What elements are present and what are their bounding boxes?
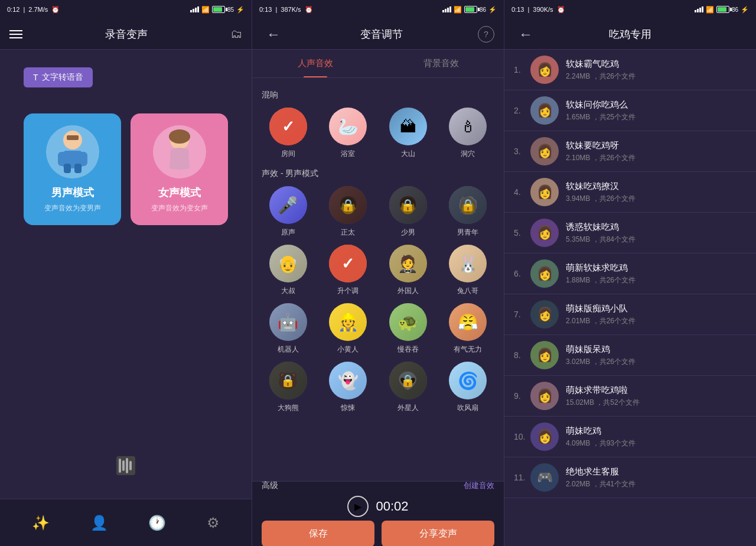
effect-weak[interactable]: 😤 有气无力: [442, 303, 495, 355]
list-item[interactable]: 4. 👩 软妹吃鸡撩汉 3.94MB ，共26个文件: [504, 172, 756, 213]
effect-room[interactable]: ✓ 房间: [262, 108, 315, 159]
mny-icon: 🧓 🔒: [449, 186, 487, 224]
list-item[interactable]: 5. 👩 诱惑软妹吃鸡 5.35MB ，共84个文件: [504, 213, 756, 254]
effect-original[interactable]: 🎤 原声: [262, 186, 315, 238]
hamburger-menu[interactable]: [9, 30, 22, 38]
svg-rect-12: [126, 458, 128, 473]
effect-zt[interactable]: 👦 🔒 正太: [322, 186, 375, 238]
bear-label: 大狗熊: [278, 403, 299, 413]
bath-icon: 🦢: [329, 108, 367, 145]
status-bar-panel1: 0:12 | 2.7M/s ⏰ 📶 85 ⚡: [0, 0, 252, 19]
original-label: 原声: [281, 228, 295, 238]
svg-rect-5: [74, 164, 82, 173]
status-bar-panel3: 0:13 | 390K/s ⏰ 📶 86 ⚡: [504, 0, 756, 19]
up-icon: ✓: [329, 245, 367, 282]
help-button[interactable]: ?: [478, 26, 494, 43]
up-label: 升个调: [337, 286, 359, 296]
time-display: 00:02: [376, 499, 408, 514]
panel2-scroll[interactable]: 混响 ✓ 房间 🦢 浴室 🏔 大山 🕯 洞穴: [252, 78, 504, 481]
effect-mny[interactable]: 🧓 🔒 男青年: [442, 186, 495, 238]
effect-up[interactable]: ✓ 升个调: [322, 245, 375, 296]
settings-tab[interactable]: ⚙: [207, 515, 220, 531]
sm-label: 少男: [401, 228, 415, 238]
lock-overlay-mny: 🔒: [449, 186, 487, 224]
time-panel1: 0:12: [7, 6, 19, 13]
effect-slow[interactable]: 🐢 慢吞吞: [382, 303, 435, 355]
effect-rabbit[interactable]: 🐰 兔八哥: [442, 245, 495, 296]
effects-tab[interactable]: ✨: [32, 515, 50, 531]
list-item[interactable]: 6. 👩 萌新软妹求吃鸡 1.88MB ，共26个文件: [504, 254, 756, 294]
save-button[interactable]: 保存: [262, 521, 374, 546]
effect-cave[interactable]: 🕯 洞穴: [442, 108, 495, 159]
female-avatar: [153, 125, 206, 178]
effect-minion[interactable]: 👷 小黄人: [322, 303, 375, 355]
nav-bar-panel3: ← 吃鸡专用: [504, 19, 756, 50]
list-avatar-5: 👩: [530, 219, 559, 247]
minion-label: 小黄人: [337, 344, 359, 355]
uncle-icon: 👴: [269, 245, 307, 282]
page-title-panel2: 变音调节: [360, 27, 403, 41]
fan-label: 吹风扇: [457, 403, 478, 413]
play-button[interactable]: ▶: [347, 496, 369, 517]
foreign-label: 外国人: [397, 286, 419, 296]
weak-label: 有气无力: [454, 344, 482, 355]
list-item[interactable]: 8. 👩 萌妹版呆鸡 3.02MB ，共26个文件: [504, 335, 756, 376]
time-panel2: 0:13: [259, 6, 272, 13]
list-item[interactable]: 3. 👩 软妹要吃鸡呀 2.10MB ，共26个文件: [504, 131, 756, 172]
lock-overlay: 🔒: [329, 186, 367, 224]
alien-icon: 👽 🔒: [389, 362, 427, 399]
list-item[interactable]: 10. 👩 萌妹吃鸡 4.09MB ，共93个文件: [504, 417, 756, 457]
effect-mountain[interactable]: 🏔 大山: [382, 108, 435, 159]
effect-bear[interactable]: 🐻 🔒 大狗熊: [262, 362, 315, 413]
tts-button[interactable]: T 文字转语音: [24, 67, 93, 87]
back-button-p2[interactable]: ←: [262, 24, 285, 45]
room-icon: ✓: [269, 108, 307, 145]
advanced-row: 高级 创建音效: [252, 480, 504, 491]
mny-label: 男青年: [457, 228, 478, 238]
effect-fan[interactable]: 🌀 吹风扇: [442, 362, 495, 413]
mix-effects-grid: ✓ 房间 🦢 浴室 🏔 大山 🕯 洞穴: [262, 108, 494, 159]
clock-icon: ⏰: [51, 6, 60, 14]
effect-alien[interactable]: 👽 🔒 外星人: [382, 362, 435, 413]
list-item[interactable]: 11. 🎮 绝地求生客服 2.02MB ，共41个文件: [504, 457, 756, 498]
male-voice-card[interactable]: 男声模式 变声音效为变男声: [24, 113, 121, 225]
mountain-label: 大山: [401, 149, 415, 159]
effect-bath[interactable]: 🦢 浴室: [322, 108, 375, 159]
male-card-title: 男声模式: [51, 186, 94, 200]
effect-foreign[interactable]: 🤵 外国人: [382, 245, 435, 296]
startle-icon: 👻: [329, 362, 367, 399]
nav-bar-panel2: ← 变音调节 ?: [252, 19, 504, 50]
panel3-list[interactable]: 1. 👩 软妹霸气吃鸡 2.24MB ，共26个文件 2. 👩 软妹问你吃鸡么 …: [504, 50, 756, 546]
list-avatar-3: 👩: [530, 137, 559, 165]
list-item[interactable]: 7. 👩 萌妹版痴鸡小队 2.01MB ，共26个文件: [504, 294, 756, 335]
tab-voice-effects[interactable]: 人声音效: [252, 50, 378, 77]
archive-icon[interactable]: 🗂: [230, 27, 242, 41]
playback-row: ▶ 00:02: [347, 496, 408, 517]
effect-uncle[interactable]: 👴 大叔: [262, 245, 315, 296]
female-voice-card[interactable]: 女声模式 变声音效为变女声: [131, 113, 228, 225]
record-widget: [106, 450, 146, 481]
wifi-icon: 📶: [201, 6, 210, 14]
list-item[interactable]: 1. 👩 软妹霸气吃鸡 2.24MB ，共26个文件: [504, 50, 756, 90]
svg-rect-13: [129, 461, 132, 470]
tab-bg-effects[interactable]: 背景音效: [378, 50, 504, 77]
list-avatar-10: 👩: [530, 422, 559, 451]
list-item[interactable]: 2. 👩 软妹问你吃鸡么 1.65MB ，共25个文件: [504, 90, 756, 131]
portrait-tab[interactable]: 👤: [90, 515, 108, 531]
effect-robot[interactable]: 🤖 机器人: [262, 303, 315, 355]
svg-rect-10: [119, 459, 121, 473]
list-avatar-4: 👩: [530, 178, 559, 206]
list-item[interactable]: 9. 👩 萌妹求带吃鸡啦 15.02MB ，共52个文件: [504, 376, 756, 417]
lock-overlay-alien: 🔒: [389, 362, 427, 399]
back-button-p3[interactable]: ←: [514, 24, 537, 45]
history-tab[interactable]: 🕐: [148, 515, 166, 531]
panel1-content: T 文字转语音 男声模式: [0, 50, 252, 444]
male-card-subtitle: 变声音效为变男声: [44, 203, 101, 213]
create-effect-link[interactable]: 创建音效: [464, 480, 494, 491]
effect-startle[interactable]: 👻 惊悚: [322, 362, 375, 413]
effect-sm[interactable]: 👦 🔒 少男: [382, 186, 435, 238]
fan-icon: 🌀: [449, 362, 487, 399]
share-button[interactable]: 分享变声: [382, 521, 494, 546]
male-avatar: [46, 125, 99, 178]
robot-icon: 🤖: [269, 303, 307, 341]
